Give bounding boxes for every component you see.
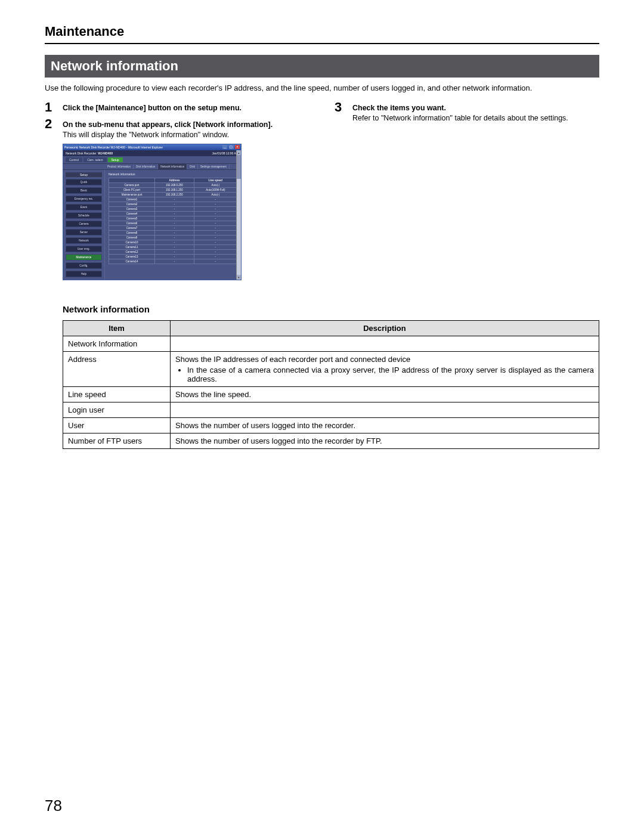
datetime: Jan/01/08 12:00 AM [212, 151, 239, 155]
section-heading: Network information [45, 55, 599, 78]
grid-th-address: Address [155, 178, 194, 182]
grid-row: Camera2-- [109, 202, 237, 206]
grid-row: Camera5-- [109, 216, 237, 221]
cell-desc [171, 402, 599, 417]
grid-cell: Maintenance port [109, 192, 155, 197]
th-item: Item [63, 320, 171, 336]
sidebar: Setup Quick Basic Emergency rec. Event S… [63, 170, 105, 280]
grid-cell: Auto(100M-Full) [194, 187, 237, 192]
sidebar-item-basic[interactable]: Basic [66, 187, 102, 194]
grid-cell: - [194, 197, 237, 202]
grid-row: Camera7-- [109, 225, 237, 230]
sidebar-header: Setup [66, 172, 102, 177]
table-heading: Network information [63, 304, 599, 314]
grid-cell: - [194, 221, 237, 225]
maximize-icon[interactable]: ▢ [229, 145, 234, 149]
grid-cell: - [194, 230, 237, 235]
window-buttons: _ ▢ × [222, 145, 240, 149]
scroll-thumb[interactable] [237, 155, 241, 179]
step-number: 1 [45, 101, 57, 114]
grid-cell: - [194, 259, 237, 264]
grid-cell: - [155, 230, 194, 235]
grid-cell: - [194, 206, 237, 211]
table-row: Network Information [63, 336, 599, 351]
cell-item: Address [63, 351, 171, 386]
sidebar-item-schedule[interactable]: Schedule [66, 212, 102, 219]
cell-desc: Shows the IP addresses of each recorder … [171, 351, 599, 386]
step-3-text: Refer to "Network information" table for… [352, 113, 568, 123]
panel-main: Network information Address Line speed C… [105, 170, 241, 280]
grid-cell: Camera14 [109, 259, 155, 264]
tab-disk[interactable]: Disk [187, 164, 198, 169]
horizontal-rule [45, 43, 599, 44]
sidebar-item-maintenance[interactable]: Maintenance [66, 254, 102, 261]
grid-cell: - [194, 216, 237, 221]
sidebar-item-usermng[interactable]: User mng. [66, 246, 102, 252]
sidebar-item-config[interactable]: Config. [66, 262, 102, 269]
tab-disk-info[interactable]: Disk information [134, 164, 158, 169]
grid-cell: - [155, 197, 194, 202]
tab-setup[interactable]: Setup [108, 157, 123, 162]
sidebar-item-server[interactable]: Server [66, 229, 102, 236]
grid-row: Maintenance port192.168.2.250Auto(-) [109, 192, 237, 197]
tab-network-info[interactable]: Network information [158, 164, 187, 169]
grid-row: Camera12-- [109, 249, 237, 254]
intro-text: Use the following procedure to view each… [45, 83, 599, 92]
grid-cell: - [155, 254, 194, 259]
tab-settings-mgmt[interactable]: Settings management [198, 164, 230, 169]
grid-row: Camera8-- [109, 230, 237, 235]
grid-cell: Camera8 [109, 230, 155, 235]
sidebar-item-event[interactable]: Event [66, 204, 102, 210]
step-number: 2 [45, 117, 57, 140]
table-row: Address Shows the IP addresses of each r… [63, 351, 599, 386]
step-number: 3 [335, 101, 346, 123]
tab-product-info[interactable]: Product information [105, 164, 134, 169]
step-1: 1 Click the [Maintenance] button on the … [45, 101, 313, 114]
cell-item: Network Information [63, 336, 171, 351]
grid-cell: - [155, 221, 194, 225]
grid-cell: Camera6 [109, 221, 155, 225]
panel-label: Network information [109, 172, 237, 176]
grid-row: Camera10-- [109, 240, 237, 244]
cell-item: Line speed [63, 386, 171, 402]
grid-cell: Camera9 [109, 235, 155, 240]
sidebar-item-emergency[interactable]: Emergency rec. [66, 196, 102, 202]
tab-cam-select[interactable]: Cam. select [83, 157, 106, 162]
grid-cell: - [155, 249, 194, 254]
th-description: Description [171, 320, 599, 336]
left-column: 1 Click the [Maintenance] button on the … [45, 101, 313, 280]
grid-cell: Camera port [109, 182, 155, 187]
grid-cell: Auto(-) [194, 192, 237, 197]
right-column: 3 Check the items you want. Refer to "Ne… [335, 101, 599, 280]
grid-cell: Camera3 [109, 206, 155, 211]
grid-row: Camera1-- [109, 197, 237, 202]
scroll-down-icon[interactable]: ▾ [237, 275, 241, 280]
grid-cell: - [194, 240, 237, 244]
grid-cell: Camera4 [109, 211, 155, 216]
cell-item: Login user [63, 402, 171, 417]
table-row: Line speedShows the line speed. [63, 386, 599, 402]
page-number: 78 [45, 797, 62, 815]
grid-th-linespeed: Line speed [194, 178, 237, 182]
minimize-icon[interactable]: _ [222, 145, 227, 149]
step-2-text: This will display the "Network informati… [63, 131, 229, 139]
tab-control[interactable]: Control [66, 157, 82, 162]
grid-row: Camera port192.168.0.250Auto(-) [109, 182, 237, 187]
grid-cell: - [155, 206, 194, 211]
table-row: UserShows the number of users logged int… [63, 417, 599, 433]
grid-cell: 192.168.2.250 [155, 192, 194, 197]
sidebar-item-quick[interactable]: Quick [66, 179, 102, 185]
scroll-up-icon[interactable]: ▴ [237, 150, 241, 155]
sidebar-item-camera[interactable]: Camera [66, 221, 102, 227]
network-info-grid: Address Line speed Camera port192.168.0.… [109, 178, 237, 264]
grid-cell: Camera11 [109, 244, 155, 249]
step-1-bold: Click the [Maintenance] button on the se… [63, 104, 242, 112]
grid-cell: 192.168.0.250 [155, 182, 194, 187]
scrollbar[interactable]: ▴ ▾ [236, 150, 241, 280]
grid-row: Camera14-- [109, 259, 237, 264]
sidebar-item-network[interactable]: Network [66, 237, 102, 244]
brand-text: Network Disk Recorder [66, 151, 96, 155]
close-icon[interactable]: × [235, 145, 240, 149]
grid-cell: - [155, 225, 194, 230]
sidebar-item-help[interactable]: Help [66, 271, 102, 277]
